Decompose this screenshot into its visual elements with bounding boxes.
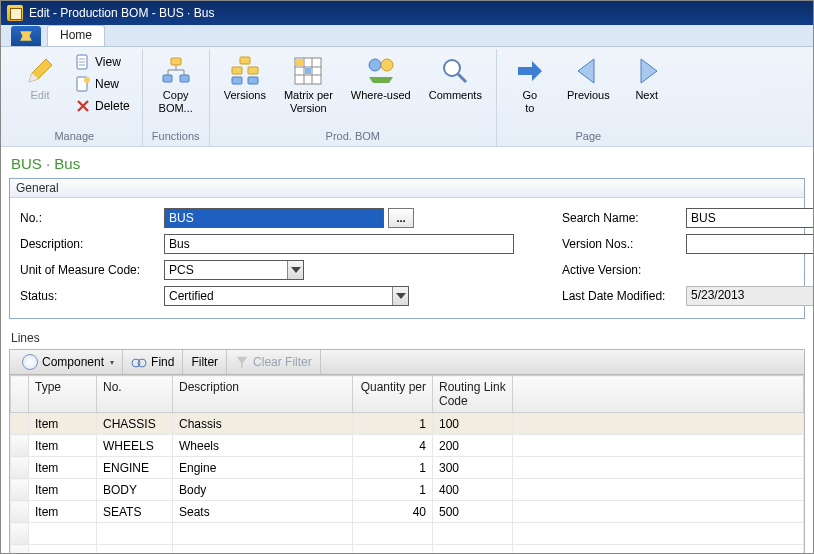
col-type[interactable]: Type (29, 376, 97, 413)
cell-no[interactable]: WHEELS (97, 435, 173, 457)
next-label: Next (635, 89, 658, 102)
cell-routing[interactable]: 300 (433, 457, 513, 479)
cell-qty[interactable]: 1 (353, 479, 433, 501)
no-field[interactable] (164, 208, 384, 228)
app-menu-button[interactable] (11, 26, 41, 46)
triangle-left-icon (572, 55, 604, 87)
view-button[interactable]: View (71, 51, 134, 73)
col-spacer (513, 376, 804, 413)
component-menu[interactable]: Component ▾ (14, 350, 123, 374)
cell-description[interactable]: Seats (173, 501, 353, 523)
col-no[interactable]: No. (97, 376, 173, 413)
hierarchy-copy-icon (160, 55, 192, 87)
find-button[interactable]: Find (123, 350, 183, 374)
svg-rect-7 (232, 67, 242, 74)
svg-point-16 (444, 60, 460, 76)
table-row[interactable]: ItemBODYBody1400 (11, 479, 804, 501)
versionnos-field[interactable] (686, 234, 814, 254)
arrow-right-icon (514, 55, 546, 87)
svg-point-15 (381, 59, 393, 71)
cell-description[interactable]: Wheels (173, 435, 353, 457)
cell-spacer (513, 413, 804, 435)
table-row[interactable]: ItemWHEELSWheels4200 (11, 435, 804, 457)
chevron-down-icon (291, 267, 301, 273)
versions-label: Versions (224, 89, 266, 102)
label-no: No.: (20, 211, 150, 225)
where-used-button[interactable]: Where-used (345, 51, 417, 102)
cell-no[interactable]: CHASSIS (97, 413, 173, 435)
cell-type[interactable]: Item (29, 435, 97, 457)
searchname-field[interactable] (686, 208, 814, 228)
filter-label: Filter (191, 355, 218, 369)
general-panel: General No.: ... Search Name: Descriptio… (9, 178, 805, 319)
status-dropdown[interactable] (392, 287, 408, 305)
next-button[interactable]: Next (622, 51, 672, 102)
matrix-button[interactable]: Matrix per Version (278, 51, 339, 115)
row-selector[interactable] (11, 479, 29, 501)
row-selector-header[interactable] (11, 376, 29, 413)
table-row[interactable]: ItemCHASSISChassis1100 (11, 413, 804, 435)
cell-qty[interactable]: 1 (353, 457, 433, 479)
ribbon-group-page: Go to Previous Next Page (497, 49, 680, 146)
delete-label: Delete (95, 99, 130, 113)
previous-button[interactable]: Previous (561, 51, 616, 102)
row-selector[interactable] (11, 501, 29, 523)
table-row[interactable]: ItemSEATSSeats40500 (11, 501, 804, 523)
svg-rect-8 (248, 67, 258, 74)
status-field[interactable] (164, 286, 409, 306)
filter-button[interactable]: Filter (183, 350, 227, 374)
cell-routing[interactable]: 200 (433, 435, 513, 457)
copy-bom-button[interactable]: Copy BOM... (151, 51, 201, 115)
tab-home[interactable]: Home (47, 25, 105, 46)
uom-dropdown[interactable] (287, 261, 303, 279)
cell-routing[interactable]: 100 (433, 413, 513, 435)
cell-routing[interactable]: 500 (433, 501, 513, 523)
goto-button[interactable]: Go to (505, 51, 555, 115)
svg-rect-5 (180, 75, 189, 82)
cell-no[interactable]: ENGINE (97, 457, 173, 479)
col-qtyper[interactable]: Quantity per (353, 376, 433, 413)
lines-grid[interactable]: Type No. Description Quantity per Routin… (9, 375, 805, 554)
versions-button[interactable]: Versions (218, 51, 272, 102)
cell-no[interactable]: BODY (97, 479, 173, 501)
cell-qty[interactable]: 40 (353, 501, 433, 523)
row-selector[interactable] (11, 457, 29, 479)
versions-icon (229, 55, 261, 87)
label-searchname: Search Name: (562, 211, 672, 225)
cell-description[interactable]: Chassis (173, 413, 353, 435)
uom-field[interactable] (164, 260, 304, 280)
cell-routing[interactable]: 400 (433, 479, 513, 501)
row-selector[interactable] (11, 413, 29, 435)
no-lookup-button[interactable]: ... (388, 208, 414, 228)
cell-type[interactable]: Item (29, 413, 97, 435)
cell-description[interactable]: Engine (173, 457, 353, 479)
comments-button[interactable]: Comments (423, 51, 488, 102)
window-titlebar: Edit - Production BOM - BUS · Bus (1, 1, 813, 25)
table-row[interactable] (11, 545, 804, 555)
group-caption-functions: Functions (152, 130, 200, 144)
edit-label: Edit (31, 89, 50, 102)
cell-type[interactable]: Item (29, 479, 97, 501)
delete-button[interactable]: Delete (71, 95, 134, 117)
cell-qty[interactable]: 1 (353, 413, 433, 435)
ribbon-tabs: Home (1, 25, 813, 47)
svg-rect-9 (232, 77, 242, 84)
col-routing[interactable]: Routing Link Code (433, 376, 513, 413)
description-field[interactable] (164, 234, 514, 254)
cell-description[interactable]: Body (173, 479, 353, 501)
col-description[interactable]: Description (173, 376, 353, 413)
table-row[interactable] (11, 523, 804, 545)
component-icon (22, 354, 38, 370)
lines-heading: Lines (9, 327, 805, 349)
cell-qty[interactable]: 4 (353, 435, 433, 457)
cell-type[interactable]: Item (29, 501, 97, 523)
row-selector[interactable] (11, 435, 29, 457)
new-button[interactable]: New (71, 73, 134, 95)
ribbon-group-manage: Edit View New Delete Manage (7, 49, 143, 146)
lines-section: Lines Component ▾ Find Filter Clear Filt… (9, 327, 805, 554)
cell-type[interactable]: Item (29, 457, 97, 479)
table-row[interactable]: ItemENGINEEngine1300 (11, 457, 804, 479)
cell-no[interactable]: SEATS (97, 501, 173, 523)
lines-toolbar: Component ▾ Find Filter Clear Filter (9, 349, 805, 375)
svg-point-14 (369, 59, 381, 71)
